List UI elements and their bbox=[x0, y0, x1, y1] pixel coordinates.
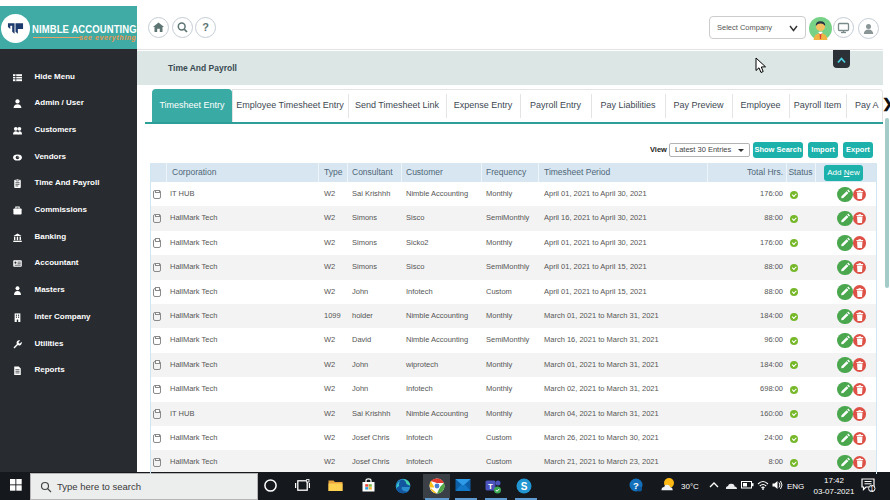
svg-text:S: S bbox=[521, 481, 528, 492]
svg-text:1: 1 bbox=[870, 485, 874, 492]
svg-text:T: T bbox=[488, 482, 493, 491]
